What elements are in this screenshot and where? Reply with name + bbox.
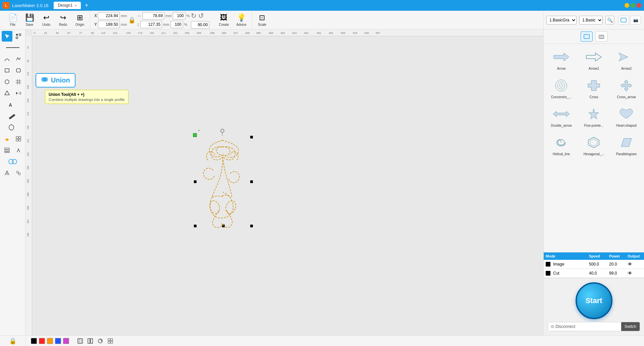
search-button[interactable]: 🔍 — [605, 16, 614, 24]
color-blue[interactable] — [55, 338, 61, 344]
advice-button[interactable]: 💡 Advice — [233, 12, 249, 28]
line-tool[interactable] — [2, 42, 23, 53]
svg-text:0: 0 — [34, 32, 36, 35]
panel-icon-1[interactable] — [618, 16, 629, 24]
width-pct-input[interactable] — [173, 12, 185, 19]
shape-cross[interactable]: Cross — [579, 75, 609, 101]
drawing-canvas[interactable] — [32, 36, 543, 335]
shape-arrow[interactable]: Arrow — [546, 47, 576, 72]
svg-text:231: 231 — [173, 32, 178, 35]
redo-button[interactable]: ↪ Redo — [56, 12, 70, 28]
tab-close[interactable]: × — [74, 3, 76, 7]
bottom-tool-2[interactable] — [86, 337, 95, 345]
file-button[interactable]: 📄 File — [5, 12, 20, 28]
shape-helical[interactable]: Helical_line — [546, 132, 576, 158]
shape-arrow1[interactable]: Arrow1 — [579, 47, 609, 72]
layers-panel-btn[interactable] — [2, 145, 12, 156]
ellipse-tool[interactable] — [2, 76, 12, 87]
grid-tool[interactable] — [13, 76, 24, 87]
mode-dropdown[interactable]: 1.Basic — [579, 16, 603, 24]
height-input[interactable] — [140, 21, 162, 28]
cut-eye-icon[interactable]: 👁 — [628, 271, 632, 276]
align-tool[interactable] — [13, 145, 24, 156]
corner-rect-tool[interactable] — [13, 65, 24, 76]
vertical-ruler: 75 95 115 135 154 173 192 211 231 250 26… — [25, 36, 32, 335]
save-button[interactable]: 💾 Save — [22, 12, 37, 28]
paint-bucket[interactable] — [2, 133, 12, 144]
close-button[interactable] — [637, 3, 641, 8]
minimize-button[interactable] — [625, 3, 629, 8]
y-input[interactable] — [98, 21, 120, 28]
image-speed-cell: 500.0 — [587, 260, 607, 268]
origin-icon: ⊞ — [77, 13, 83, 22]
shape-parallelogram[interactable]: Parallelogram — [611, 132, 641, 158]
cut-mode-cell[interactable]: Cut — [544, 269, 587, 277]
width-input[interactable] — [143, 12, 164, 19]
polygon-tool[interactable] — [2, 88, 12, 99]
select-tool[interactable] — [2, 31, 12, 42]
bezier-tool[interactable] — [2, 54, 12, 64]
svg-rect-29 — [32, 30, 543, 36]
switch-button[interactable]: Switch — [621, 322, 640, 331]
shape-hexagonal[interactable]: Hexagonal_... — [579, 132, 609, 158]
rotate-cw-icon[interactable]: ↻ — [191, 12, 197, 20]
panel-icon-2[interactable]: 📷 — [630, 16, 641, 24]
image-mode-cell[interactable]: Image — [544, 260, 587, 268]
shapes-view-button[interactable] — [581, 32, 593, 42]
rect-tool[interactable] — [2, 65, 12, 76]
height-pct-input[interactable] — [170, 21, 183, 28]
edit-nodes-tool[interactable] — [13, 54, 24, 64]
shape-arrow2-label: Arrow2 — [621, 67, 632, 70]
cut-visibility[interactable]: 👁 — [626, 269, 644, 278]
color-purple[interactable] — [63, 338, 69, 344]
shape-concentric[interactable]: Concentric_... — [546, 75, 576, 101]
image-eye-icon[interactable]: 👁 — [628, 262, 632, 267]
x-input[interactable] — [98, 12, 120, 19]
color-orange[interactable] — [47, 338, 53, 344]
color-red[interactable] — [39, 338, 45, 344]
mirror-tool[interactable] — [13, 88, 24, 99]
shape-parallelogram-label: Parallelogram — [616, 152, 637, 156]
scale-icon: ⊡ — [259, 13, 265, 22]
image-visibility[interactable]: 👁 — [626, 260, 644, 269]
undo-button[interactable]: ↩ Undo — [39, 12, 54, 28]
disconnect-button[interactable]: ⊙ Disconnect — [548, 322, 621, 331]
svg-rect-83 — [250, 225, 253, 227]
scale-button[interactable]: ⊡ Scale — [255, 12, 269, 28]
origin-button[interactable]: ⊞ Origin — [72, 12, 87, 28]
image-color-swatch[interactable] — [546, 262, 550, 267]
fill-tool[interactable] — [2, 122, 23, 133]
maximize-button[interactable] — [631, 3, 635, 8]
shape-double-arrow[interactable]: Double_arrow — [546, 104, 576, 129]
shape-cross-arrow[interactable]: Cross_arrow — [611, 75, 641, 101]
svg-point-97 — [557, 82, 565, 89]
pencil-tool[interactable] — [2, 111, 23, 121]
design-tab[interactable]: Design1 × — [54, 2, 80, 9]
lock-icon[interactable]: 🔒 — [9, 337, 16, 345]
shape-arrow2[interactable]: Arrow2 — [611, 47, 641, 72]
bottom-tool-1[interactable] — [76, 337, 85, 345]
color-black[interactable] — [31, 338, 37, 344]
shape-heart[interactable]: Heart-shaped — [611, 104, 641, 129]
lock-aspect-icon[interactable]: 🔒 — [128, 16, 136, 24]
rotate-ccw-icon[interactable]: ↺ — [198, 12, 204, 20]
shape-five-star[interactable]: Five-pointe... — [579, 104, 609, 129]
node-tool[interactable] — [13, 31, 24, 42]
height-icon: ↕ — [137, 22, 139, 27]
start-button[interactable]: Start — [576, 282, 612, 319]
add-tab-button[interactable]: + — [85, 2, 89, 9]
pattern-tool[interactable] — [13, 133, 24, 144]
bottom-tool-4[interactable] — [106, 337, 115, 345]
polygon-tools — [2, 88, 24, 99]
layer-dropdown[interactable]: 1.BasicGra — [546, 16, 577, 24]
create-button[interactable]: 🖼 Create — [216, 12, 231, 28]
special-tool-2[interactable] — [13, 168, 24, 178]
camera-view-button[interactable] — [595, 32, 607, 42]
shape-double-arrow-label: Double_arrow — [551, 124, 572, 127]
special-tool-1[interactable] — [2, 168, 12, 178]
bottom-tool-3[interactable] — [96, 337, 105, 345]
text-tool[interactable]: A — [2, 99, 23, 110]
cut-color-swatch[interactable] — [546, 271, 550, 276]
angle-input[interactable] — [191, 21, 209, 28]
union-btn[interactable] — [2, 156, 23, 167]
